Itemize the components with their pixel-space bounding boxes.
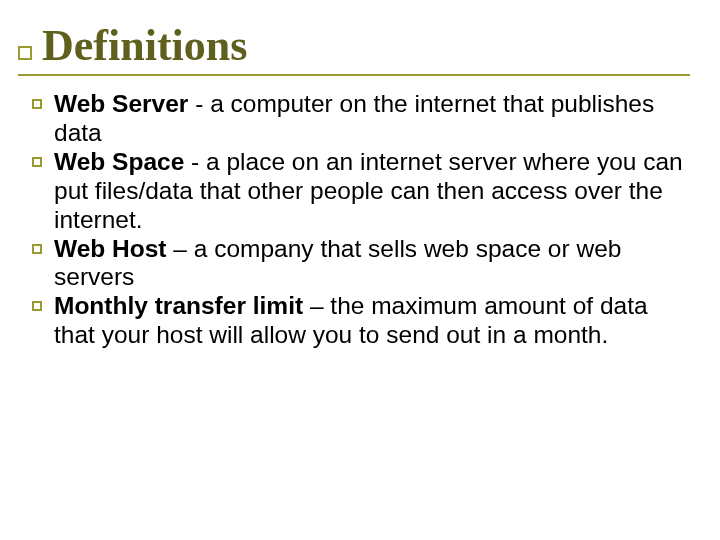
list-item: Web Host – a company that sells web spac… bbox=[18, 235, 690, 293]
square-bullet-icon bbox=[18, 46, 32, 60]
title-underline bbox=[18, 74, 690, 76]
term: Web Server bbox=[54, 90, 188, 117]
list-item: Monthly transfer limit – the maximum amo… bbox=[18, 292, 690, 350]
square-bullet-icon bbox=[32, 157, 42, 167]
slide-title: Definitions bbox=[42, 24, 247, 68]
list-item: Web Server - a computer on the internet … bbox=[18, 90, 690, 148]
list-item-text: Monthly transfer limit – the maximum amo… bbox=[54, 292, 690, 350]
term: Web Host bbox=[54, 235, 167, 262]
square-bullet-icon bbox=[32, 244, 42, 254]
list-item: Web Space - a place on an internet serve… bbox=[18, 148, 690, 235]
list-item-text: Web Host – a company that sells web spac… bbox=[54, 235, 690, 293]
term: Web Space bbox=[54, 148, 184, 175]
body: Web Server - a computer on the internet … bbox=[18, 90, 690, 350]
list-item-text: Web Server - a computer on the internet … bbox=[54, 90, 690, 148]
term: Monthly transfer limit bbox=[54, 292, 303, 319]
title-row: Definitions bbox=[18, 24, 690, 68]
square-bullet-icon bbox=[32, 99, 42, 109]
list-item-text: Web Space - a place on an internet serve… bbox=[54, 148, 690, 235]
square-bullet-icon bbox=[32, 301, 42, 311]
slide: Definitions Web Server - a computer on t… bbox=[0, 0, 720, 540]
